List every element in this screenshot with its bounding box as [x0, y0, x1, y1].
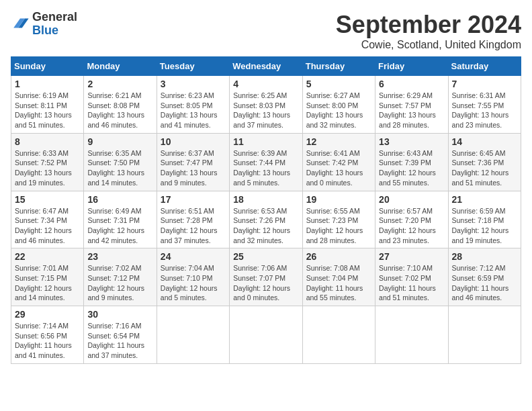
day-info: Sunrise: 6:23 AM Sunset: 8:05 PM Dayligh…: [161, 91, 226, 130]
calendar-cell: 30Sunrise: 7:16 AM Sunset: 6:54 PM Dayli…: [84, 306, 157, 364]
day-info: Sunrise: 7:14 AM Sunset: 6:56 PM Dayligh…: [15, 321, 80, 361]
day-info: Sunrise: 6:39 AM Sunset: 7:44 PM Dayligh…: [233, 148, 298, 188]
calendar-cell: 18Sunrise: 6:53 AM Sunset: 7:26 PM Dayli…: [230, 191, 302, 248]
weekday-header-monday: Monday: [84, 57, 157, 76]
day-info: Sunrise: 6:43 AM Sunset: 7:39 PM Dayligh…: [379, 148, 444, 188]
calendar-cell: 28Sunrise: 7:12 AM Sunset: 6:59 PM Dayli…: [448, 248, 521, 306]
title-section: September 2024 Cowie, Scotland, United K…: [336, 11, 521, 51]
day-info: Sunrise: 6:49 AM Sunset: 7:31 PM Dayligh…: [87, 206, 152, 246]
calendar-cell: 14Sunrise: 6:45 AM Sunset: 7:36 PM Dayli…: [448, 133, 521, 191]
day-number: 13: [379, 136, 444, 147]
calendar-cell: 19Sunrise: 6:55 AM Sunset: 7:23 PM Dayli…: [302, 191, 375, 248]
calendar-cell: 6Sunrise: 6:29 AM Sunset: 7:57 PM Daylig…: [375, 76, 448, 134]
calendar-table: SundayMondayTuesdayWednesdayThursdayFrid…: [11, 56, 521, 364]
calendar-cell: 16Sunrise: 6:49 AM Sunset: 7:31 PM Dayli…: [84, 191, 157, 248]
day-info: Sunrise: 7:10 AM Sunset: 7:02 PM Dayligh…: [379, 263, 444, 303]
calendar-cell: [157, 306, 229, 364]
calendar-cell: 25Sunrise: 7:06 AM Sunset: 7:07 PM Dayli…: [230, 248, 302, 306]
day-number: 7: [452, 79, 517, 89]
day-number: 26: [306, 251, 371, 262]
logo-icon: [11, 15, 30, 34]
day-info: Sunrise: 6:47 AM Sunset: 7:34 PM Dayligh…: [15, 206, 80, 246]
day-number: 6: [379, 79, 444, 89]
day-number: 25: [233, 251, 298, 262]
day-number: 5: [306, 79, 371, 89]
day-number: 12: [306, 136, 371, 147]
calendar-cell: 11Sunrise: 6:39 AM Sunset: 7:44 PM Dayli…: [230, 133, 302, 191]
page-header: General Blue September 2024 Cowie, Scotl…: [11, 11, 521, 51]
day-info: Sunrise: 6:53 AM Sunset: 7:26 PM Dayligh…: [233, 206, 298, 246]
logo-general-text: General: [32, 11, 77, 24]
day-number: 15: [15, 194, 80, 205]
calendar-cell: [230, 306, 302, 364]
day-number: 18: [233, 194, 298, 205]
day-info: Sunrise: 6:27 AM Sunset: 8:00 PM Dayligh…: [306, 91, 371, 130]
calendar-cell: 21Sunrise: 6:59 AM Sunset: 7:18 PM Dayli…: [448, 191, 521, 248]
calendar-cell: 10Sunrise: 6:37 AM Sunset: 7:47 PM Dayli…: [157, 133, 229, 191]
day-info: Sunrise: 6:25 AM Sunset: 8:03 PM Dayligh…: [233, 91, 298, 130]
day-number: 8: [15, 136, 80, 147]
day-number: 2: [87, 79, 152, 89]
day-number: 3: [161, 79, 226, 89]
calendar-cell: 8Sunrise: 6:33 AM Sunset: 7:52 PM Daylig…: [11, 133, 84, 191]
day-info: Sunrise: 6:19 AM Sunset: 8:11 PM Dayligh…: [15, 91, 80, 130]
day-info: Sunrise: 6:21 AM Sunset: 8:08 PM Dayligh…: [87, 91, 152, 130]
day-number: 23: [87, 251, 152, 262]
weekday-header-row: SundayMondayTuesdayWednesdayThursdayFrid…: [11, 57, 521, 76]
day-info: Sunrise: 7:16 AM Sunset: 6:54 PM Dayligh…: [87, 321, 152, 361]
calendar-week-row: 1Sunrise: 6:19 AM Sunset: 8:11 PM Daylig…: [11, 76, 521, 134]
calendar-cell: 13Sunrise: 6:43 AM Sunset: 7:39 PM Dayli…: [375, 133, 448, 191]
day-number: 24: [161, 251, 226, 262]
day-info: Sunrise: 6:31 AM Sunset: 7:55 PM Dayligh…: [452, 91, 517, 130]
day-info: Sunrise: 6:29 AM Sunset: 7:57 PM Dayligh…: [379, 91, 444, 130]
weekday-header-thursday: Thursday: [302, 57, 375, 76]
weekday-header-wednesday: Wednesday: [230, 57, 302, 76]
calendar-cell: 20Sunrise: 6:57 AM Sunset: 7:20 PM Dayli…: [375, 191, 448, 248]
day-info: Sunrise: 6:51 AM Sunset: 7:28 PM Dayligh…: [161, 206, 226, 246]
day-info: Sunrise: 7:06 AM Sunset: 7:07 PM Dayligh…: [233, 263, 298, 303]
day-number: 9: [87, 136, 152, 147]
calendar-cell: 12Sunrise: 6:41 AM Sunset: 7:42 PM Dayli…: [302, 133, 375, 191]
calendar-cell: 4Sunrise: 6:25 AM Sunset: 8:03 PM Daylig…: [230, 76, 302, 134]
calendar-cell: 17Sunrise: 6:51 AM Sunset: 7:28 PM Dayli…: [157, 191, 229, 248]
day-info: Sunrise: 6:55 AM Sunset: 7:23 PM Dayligh…: [306, 206, 371, 246]
calendar-cell: [302, 306, 375, 364]
day-number: 11: [233, 136, 298, 147]
day-number: 27: [379, 251, 444, 262]
month-title: September 2024: [336, 11, 521, 39]
day-info: Sunrise: 7:02 AM Sunset: 7:12 PM Dayligh…: [87, 263, 152, 303]
calendar-cell: 1Sunrise: 6:19 AM Sunset: 8:11 PM Daylig…: [11, 76, 84, 134]
calendar-cell: 7Sunrise: 6:31 AM Sunset: 7:55 PM Daylig…: [448, 76, 521, 134]
calendar-week-row: 15Sunrise: 6:47 AM Sunset: 7:34 PM Dayli…: [11, 191, 521, 248]
logo-blue-text: Blue: [32, 24, 77, 38]
day-number: 19: [306, 194, 371, 205]
day-info: Sunrise: 6:35 AM Sunset: 7:50 PM Dayligh…: [87, 148, 152, 188]
calendar-cell: [448, 306, 521, 364]
calendar-cell: 22Sunrise: 7:01 AM Sunset: 7:15 PM Dayli…: [11, 248, 84, 306]
day-info: Sunrise: 7:08 AM Sunset: 7:04 PM Dayligh…: [306, 263, 371, 303]
day-number: 29: [15, 309, 80, 320]
calendar-cell: 26Sunrise: 7:08 AM Sunset: 7:04 PM Dayli…: [302, 248, 375, 306]
weekday-header-saturday: Saturday: [448, 57, 521, 76]
day-number: 16: [87, 194, 152, 205]
calendar-cell: 3Sunrise: 6:23 AM Sunset: 8:05 PM Daylig…: [157, 76, 229, 134]
day-info: Sunrise: 6:33 AM Sunset: 7:52 PM Dayligh…: [15, 148, 80, 188]
day-info: Sunrise: 6:57 AM Sunset: 7:20 PM Dayligh…: [379, 206, 444, 246]
calendar-cell: 2Sunrise: 6:21 AM Sunset: 8:08 PM Daylig…: [84, 76, 157, 134]
day-info: Sunrise: 7:12 AM Sunset: 6:59 PM Dayligh…: [452, 263, 517, 303]
calendar-cell: 27Sunrise: 7:10 AM Sunset: 7:02 PM Dayli…: [375, 248, 448, 306]
day-number: 10: [161, 136, 226, 147]
calendar-cell: 29Sunrise: 7:14 AM Sunset: 6:56 PM Dayli…: [11, 306, 84, 364]
day-info: Sunrise: 6:59 AM Sunset: 7:18 PM Dayligh…: [452, 206, 517, 246]
logo: General Blue: [11, 11, 77, 38]
day-number: 4: [233, 79, 298, 89]
day-number: 14: [452, 136, 517, 147]
day-number: 28: [452, 251, 517, 262]
calendar-cell: 23Sunrise: 7:02 AM Sunset: 7:12 PM Dayli…: [84, 248, 157, 306]
calendar-cell: 9Sunrise: 6:35 AM Sunset: 7:50 PM Daylig…: [84, 133, 157, 191]
calendar-week-row: 22Sunrise: 7:01 AM Sunset: 7:15 PM Dayli…: [11, 248, 521, 306]
calendar-week-row: 29Sunrise: 7:14 AM Sunset: 6:56 PM Dayli…: [11, 306, 521, 364]
day-info: Sunrise: 7:04 AM Sunset: 7:10 PM Dayligh…: [161, 263, 226, 303]
calendar-week-row: 8Sunrise: 6:33 AM Sunset: 7:52 PM Daylig…: [11, 133, 521, 191]
weekday-header-sunday: Sunday: [11, 57, 84, 76]
